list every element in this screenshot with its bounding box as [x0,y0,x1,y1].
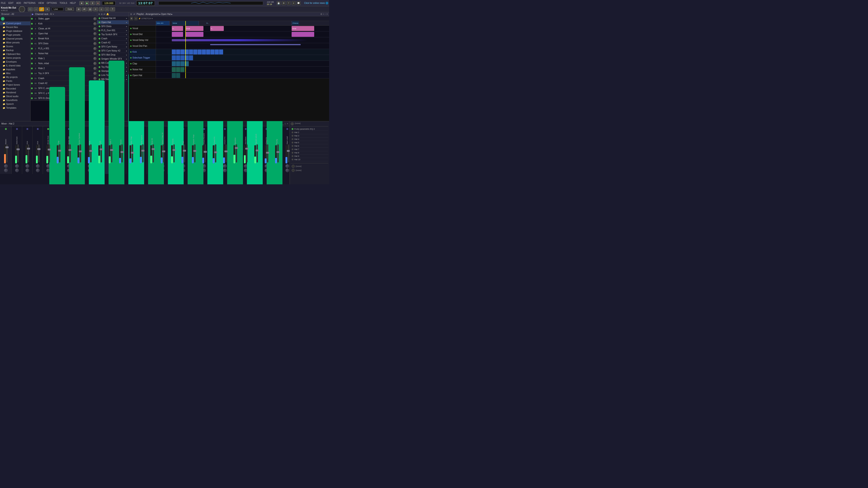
tool-5[interactable]: ⤓ [99,7,104,11]
fader-thumb-25[interactable] [266,152,269,154]
fader-track-2[interactable] [28,144,29,162]
fader-thumb-20[interactable] [214,151,217,153]
fader-track-15[interactable] [163,144,164,162]
line-selector[interactable]: Line [52,7,63,11]
channel-volume-knob[interactable] [93,42,96,45]
playlist-close[interactable]: × [327,13,328,15]
fader-thumb-16[interactable] [173,149,176,151]
fader-track-25[interactable] [267,144,268,162]
menu-view[interactable]: VIEW [38,2,44,4]
channel-volume-knob[interactable] [93,22,96,25]
fader-track-27[interactable] [288,144,289,162]
clip-vocal-chorus[interactable]: Vocal [291,26,314,31]
channel-led[interactable] [31,23,33,25]
tool-1[interactable]: ⊕ [76,7,81,11]
sidebar-item-channel-presets[interactable]: 📁Channel presets [0,37,30,41]
fader-thumb-11[interactable] [121,151,124,153]
channel-row-break-kick[interactable]: 4 Break Kick [31,36,97,41]
clip-delay-envelope[interactable] [172,39,307,41]
add-button[interactable]: + [1,17,4,21]
fader-track-9[interactable] [101,144,102,162]
fader-track-21[interactable] [225,144,227,162]
kick-clip[interactable] [215,50,219,55]
fader-thumb-18[interactable] [193,150,196,152]
instrument-item-6[interactable]: Crash #2 ▸ [97,41,129,45]
channel-row-close..at-#4[interactable]: 8 Close..at #4 [31,26,97,31]
clip-vocal-2[interactable]: Vocal [185,26,204,31]
playlist-zoom-in[interactable]: + [323,13,324,15]
settings-button[interactable]: ⚙ [282,1,286,5]
instrument-item-4[interactable]: Toy Scritch SFX ▸ [97,33,129,37]
tempo-display[interactable]: 128.000 [102,1,116,5]
pause-button[interactable]: ⏸ [90,1,95,5]
play-button[interactable]: ▶ [85,1,89,5]
fader-thumb-9[interactable] [100,149,103,150]
inst-expand[interactable]: ▸ [126,37,127,40]
kick-clip[interactable] [193,50,197,55]
menu-add[interactable]: ADD [16,2,21,4]
fader-track-16[interactable] [174,144,175,162]
instrument-item-5[interactable]: Crash ▸ [97,37,129,41]
playlist-settings[interactable]: ⚙ [320,13,322,15]
tool-4[interactable]: ≡ [93,7,98,11]
fader-track-11[interactable] [121,144,123,162]
menu-file[interactable]: FILE [1,2,6,4]
fader-thumb-13[interactable] [141,150,145,152]
fader-track-19[interactable] [205,144,206,162]
menu-patterns[interactable]: PATTERNS [24,2,35,4]
fader-thumb-10[interactable] [110,149,113,151]
fader-track-6[interactable] [69,144,71,162]
fader-track-26[interactable] [277,144,279,162]
inst-expand[interactable]: ▸ [126,21,127,24]
channel-led[interactable] [31,33,33,35]
tool-2[interactable]: ⇄ [82,7,87,11]
fader-thumb-21[interactable] [224,151,228,152]
channel-row-kick[interactable]: 2 Kick [31,21,97,26]
fader-track-4[interactable] [49,144,50,162]
fader-track-12[interactable] [132,144,133,162]
clip-vd-chorus[interactable] [291,32,314,37]
channel-led[interactable] [31,43,33,44]
sidebar-item-mixer-presets[interactable]: 📁Mixer presets [0,41,30,44]
fader-track-3[interactable] [38,144,39,162]
channel-volume-knob[interactable] [93,37,96,40]
inst-expand[interactable]: ▸ [126,17,127,20]
fader-thumb-0[interactable] [5,147,8,148]
fader-track-10[interactable] [111,144,112,162]
channel-row-open-hat[interactable]: 9 Open Hat [31,31,97,36]
save-button[interactable]: 💾 [277,1,281,5]
fader-track-7[interactable] [80,144,81,162]
crosshair-button[interactable]: ✛ [130,17,133,20]
fader-track-5[interactable] [59,144,60,162]
kick-clip[interactable] [202,50,206,55]
instrument-item-1[interactable]: Open Hat ▸ [97,20,129,24]
menu-help[interactable]: HELP [70,2,76,4]
fader-thumb-2[interactable] [27,148,30,150]
clip-vd-2[interactable] [185,32,204,37]
fader-thumb-17[interactable] [183,150,186,152]
clip-vocal-3[interactable]: V... [210,26,224,31]
inst-expand[interactable]: ▸ [126,33,127,36]
fader-thumb-1[interactable] [17,149,20,150]
tool-3[interactable]: ▤ [88,7,92,11]
chat-button[interactable]: 💬 [297,1,301,5]
kick-clip[interactable] [180,50,184,55]
fader-thumb-23[interactable] [245,148,248,150]
record-button[interactable]: ● [96,1,100,5]
tool-7[interactable]: ⤒ [110,7,115,11]
playlist-zoom-out[interactable]: − [324,13,326,15]
fader-thumb-7[interactable] [79,151,82,152]
clip-vocal-1[interactable]: V... [172,26,183,31]
master-knob[interactable] [19,6,25,12]
fader-track-23[interactable] [246,144,248,162]
kick-selector[interactable]: Kick [66,7,74,11]
fader-thumb-6[interactable] [68,149,72,151]
fader-thumb-5[interactable] [58,150,61,152]
star-button[interactable]: ✦ [45,7,50,11]
mixer-toggle-button[interactable]: ≡ [291,1,296,5]
channel-row-sidec..gger[interactable]: 1 Sidec..gger [31,16,97,21]
fader-thumb-26[interactable] [276,151,280,153]
channel-volume-knob[interactable] [93,27,96,30]
fader-thumb-3[interactable] [37,148,40,150]
clip-pan-1[interactable] [210,44,301,45]
